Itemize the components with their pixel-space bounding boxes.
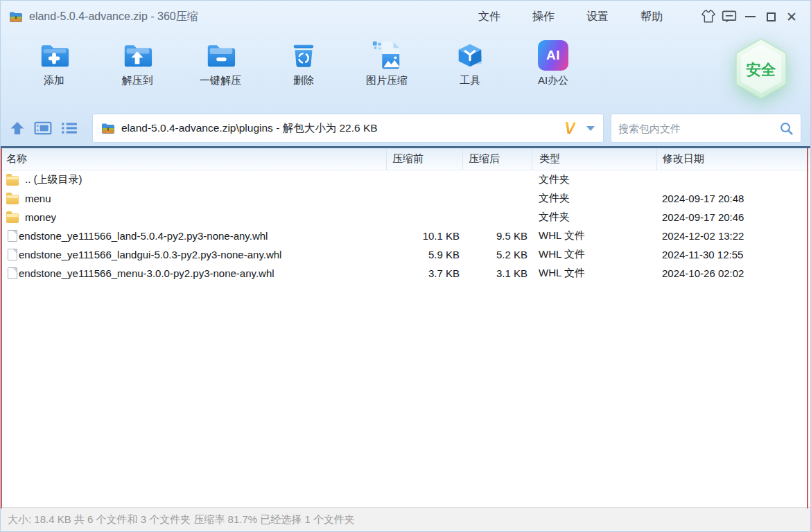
skin-shirt-icon[interactable] (698, 6, 719, 27)
annotation-red-border-left (1, 148, 2, 508)
app-window: eland-5.0.4-advance.zip - 360压缩 文件 操作 设置… (0, 0, 811, 532)
ai-office-icon: AI (538, 40, 568, 71)
zip-archive-icon (9, 10, 23, 23)
row-modified: 2024-09-17 20:48 (656, 193, 810, 204)
search-box (611, 114, 801, 143)
delete-button[interactable]: 删除 (274, 39, 333, 87)
file-icon (8, 230, 17, 242)
up-directory-icon[interactable] (9, 121, 26, 136)
column-header-modified[interactable]: 修改日期 (656, 148, 810, 170)
row-size-before: 3.7 KB (386, 267, 462, 279)
status-bar: 大小: 18.4 KB 共 6 个文件和 3 个文件夹 压缩率 81.7% 已经… (1, 507, 810, 531)
file-icon (8, 249, 17, 260)
address-path-text: eland-5.0.4-advance.zip\plugins - 解包大小为 … (121, 121, 564, 136)
ai-office-button[interactable]: AI AI办公 (523, 39, 583, 87)
tools-button[interactable]: 工具 (440, 39, 500, 87)
ai-badge-text: AI (546, 48, 560, 63)
column-header-size-before[interactable]: 压缩前 (386, 148, 462, 170)
preview-pane-icon[interactable] (34, 121, 52, 136)
address-dropdown-caret-icon[interactable] (586, 126, 595, 131)
delete-trash-icon (288, 39, 320, 71)
row-size-after: 3.1 KB (462, 267, 532, 279)
close-button[interactable]: ✕ (781, 6, 802, 27)
row-modified: 2024-12-02 13:22 (656, 230, 810, 242)
table-row[interactable]: endstone_ye111566_land-5.0.4-py2.py3-non… (1, 227, 810, 245)
tool-label: 工具 (460, 74, 480, 87)
table-row[interactable]: endstone_ye111566_menu-3.0.0-py2.py3-non… (1, 264, 810, 283)
menu-operations[interactable]: 操作 (532, 6, 555, 28)
row-name: menu (25, 193, 51, 204)
row-size-after: 9.5 KB (462, 230, 532, 242)
row-type: 文件夹 (532, 173, 656, 186)
security-shield-icon: 安全 (731, 37, 791, 102)
image-compress-icon (371, 39, 403, 71)
column-header-size-after[interactable]: 压缩后 (462, 148, 532, 170)
360-v-logo-icon: V (564, 118, 575, 138)
add-button[interactable]: 添加 (24, 39, 84, 87)
column-header-name[interactable]: 名称 (1, 148, 386, 170)
menu-file[interactable]: 文件 (478, 6, 500, 28)
title-bar: eland-5.0.4-advance.zip - 360压缩 文件 操作 设置… (1, 1, 810, 33)
folder-icon (6, 176, 19, 186)
tool-label: 一键解压 (200, 74, 241, 87)
window-controls: ✕ (698, 6, 802, 27)
tool-label: 删除 (293, 74, 314, 87)
add-folder-icon (38, 39, 70, 71)
tool-label: 图片压缩 (366, 74, 408, 87)
row-size-before: 10.1 KB (386, 230, 462, 242)
tool-label: AI办公 (538, 74, 568, 87)
search-input[interactable] (618, 123, 779, 134)
tools-cube-icon (454, 39, 486, 71)
row-modified: 2024-11-30 12:55 (656, 249, 810, 260)
maximize-button[interactable] (760, 6, 781, 27)
one-click-extract-button[interactable]: 一键解压 (191, 39, 250, 87)
minimize-button[interactable] (740, 6, 760, 27)
file-table-body: .. (上级目录) 文件夹 menu 文件夹 2024-09-17 20:48 … (1, 170, 810, 507)
one-click-extract-folder-icon (204, 39, 236, 71)
security-badge[interactable]: 安全 (731, 37, 791, 105)
table-row[interactable]: endstone_ye111566_landgui-5.0.3-py2.py3-… (1, 245, 810, 264)
navigation-bar: eland-5.0.4-advance.zip\plugins - 解包大小为 … (1, 110, 810, 146)
annotation-red-border-right (807, 148, 808, 508)
extract-to-folder-icon (121, 39, 153, 71)
tool-label: 解压到 (122, 74, 153, 87)
image-compress-button[interactable]: 图片压缩 (357, 39, 417, 87)
address-bar[interactable]: eland-5.0.4-advance.zip\plugins - 解包大小为 … (92, 114, 604, 143)
row-name: money (25, 211, 56, 223)
row-type: 文件夹 (532, 192, 656, 205)
search-icon[interactable] (779, 121, 794, 136)
table-row[interactable]: .. (上级目录) 文件夹 (1, 170, 810, 189)
row-name: .. (上级目录) (25, 173, 82, 186)
row-name: endstone_ye111566_menu-3.0.0-py2.py3-non… (19, 267, 274, 279)
column-header-type[interactable]: 类型 (532, 148, 656, 170)
row-type: WHL 文件 (532, 229, 656, 242)
row-type: WHL 文件 (532, 267, 656, 280)
table-row[interactable]: menu 文件夹 2024-09-17 20:48 (1, 189, 810, 208)
file-list-panel: 名称 压缩前 压缩后 类型 修改日期 .. (上级目录) 文件夹 menu 文件… (1, 148, 810, 507)
row-type: WHL 文件 (532, 248, 656, 261)
list-view-icon[interactable] (60, 121, 78, 136)
tool-label: 添加 (44, 74, 64, 87)
file-icon (8, 267, 17, 279)
row-name: endstone_ye111566_landgui-5.0.3-py2.py3-… (19, 249, 281, 260)
menu-settings[interactable]: 设置 (586, 6, 609, 28)
table-row[interactable]: money 文件夹 2024-09-17 20:46 (1, 208, 810, 227)
status-text: 大小: 18.4 KB 共 6 个文件和 3 个文件夹 压缩率 81.7% 已经… (8, 513, 355, 526)
folder-icon (6, 195, 19, 204)
window-chrome: eland-5.0.4-advance.zip - 360压缩 文件 操作 设置… (1, 1, 810, 146)
security-badge-label: 安全 (747, 62, 777, 78)
main-toolbar: 添加 解压到 一键解压 (1, 33, 810, 110)
row-size-before: 5.9 KB (386, 249, 462, 260)
menu-bar: 文件 操作 设置 帮助 (462, 6, 679, 28)
menu-help[interactable]: 帮助 (640, 6, 663, 28)
folder-icon (6, 213, 19, 223)
table-header: 名称 压缩前 压缩后 类型 修改日期 (1, 148, 810, 170)
feedback-icon[interactable] (719, 6, 740, 27)
row-size-after: 5.2 KB (462, 249, 532, 260)
row-type: 文件夹 (532, 211, 656, 224)
extract-to-button[interactable]: 解压到 (107, 39, 167, 87)
row-modified: 2024-09-17 20:46 (656, 211, 810, 223)
row-name: endstone_ye111566_land-5.0.4-py2.py3-non… (19, 230, 268, 242)
window-title: eland-5.0.4-advance.zip - 360压缩 (29, 10, 198, 24)
zip-folder-icon (101, 122, 115, 134)
